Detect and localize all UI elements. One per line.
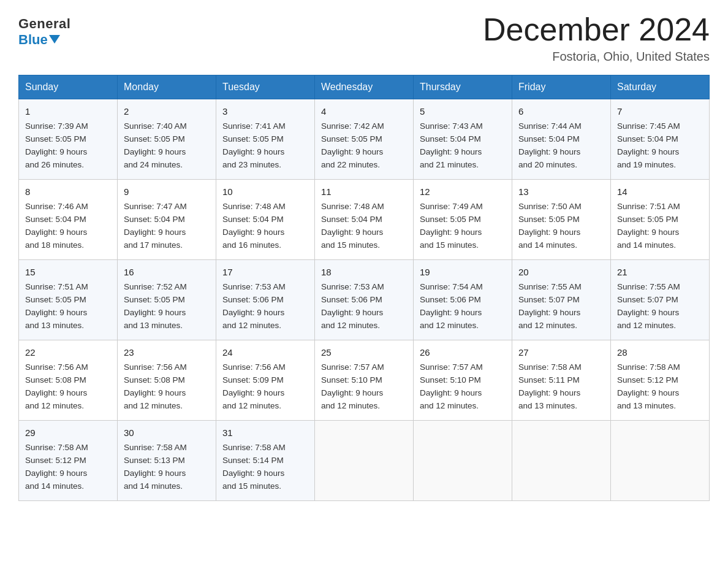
day-info-line: Daylight: 9 hours: [321, 387, 407, 400]
calendar-cell: 25Sunrise: 7:57 AMSunset: 5:10 PMDayligh…: [315, 340, 414, 421]
day-number: 18: [321, 265, 407, 279]
day-info-line: Sunset: 5:04 PM: [321, 213, 407, 226]
day-info-line: and 12 minutes.: [25, 400, 111, 413]
calendar-cell: 14Sunrise: 7:51 AMSunset: 5:05 PMDayligh…: [611, 180, 710, 260]
day-number: 27: [518, 345, 604, 359]
calendar-cell: 4Sunrise: 7:42 AMSunset: 5:05 PMDaylight…: [315, 99, 414, 180]
calendar-week-row: 8Sunrise: 7:46 AMSunset: 5:04 PMDaylight…: [19, 180, 710, 260]
calendar-cell: 19Sunrise: 7:54 AMSunset: 5:06 PMDayligh…: [414, 260, 512, 340]
day-info-line: Sunset: 5:06 PM: [321, 294, 407, 307]
calendar-cell: 7Sunrise: 7:45 AMSunset: 5:04 PMDaylight…: [611, 99, 710, 180]
logo-blue-text: Blue: [18, 32, 48, 48]
day-info-line: Daylight: 9 hours: [617, 226, 703, 239]
day-number: 10: [222, 185, 308, 199]
calendar-cell: 20Sunrise: 7:55 AMSunset: 5:07 PMDayligh…: [512, 260, 611, 340]
day-info-line: Sunset: 5:11 PM: [518, 374, 604, 387]
day-info-line: Sunrise: 7:56 AM: [25, 361, 111, 374]
day-info-line: Sunrise: 7:53 AM: [222, 281, 308, 294]
day-info-line: Sunrise: 7:41 AM: [222, 120, 308, 133]
day-info-line: and 17 minutes.: [124, 239, 210, 252]
day-info-line: Daylight: 9 hours: [222, 387, 308, 400]
day-number: 11: [321, 185, 407, 199]
day-info-line: Daylight: 9 hours: [25, 146, 111, 159]
day-info-line: Daylight: 9 hours: [617, 146, 703, 159]
day-info-line: Sunrise: 7:58 AM: [617, 361, 703, 374]
day-number: 25: [321, 345, 407, 359]
day-info-line: and 15 minutes.: [222, 480, 308, 493]
day-number: 24: [222, 345, 308, 359]
day-info-line: Sunset: 5:07 PM: [617, 294, 703, 307]
day-info-line: Sunrise: 7:54 AM: [420, 281, 506, 294]
day-info-line: and 13 minutes.: [617, 400, 703, 413]
day-info-line: Sunrise: 7:52 AM: [124, 281, 210, 294]
logo-triangle-icon: [49, 35, 60, 44]
day-info-line: Daylight: 9 hours: [222, 226, 308, 239]
day-info-line: Daylight: 9 hours: [321, 146, 407, 159]
calendar-cell: 30Sunrise: 7:58 AMSunset: 5:13 PMDayligh…: [118, 420, 216, 500]
day-info-line: Daylight: 9 hours: [25, 307, 111, 320]
day-info-line: Sunset: 5:04 PM: [617, 133, 703, 146]
day-info-line: Sunset: 5:05 PM: [420, 213, 506, 226]
day-info-line: and 14 minutes.: [518, 239, 604, 252]
day-info-line: Sunrise: 7:56 AM: [124, 361, 210, 374]
calendar-cell: 2Sunrise: 7:40 AMSunset: 5:05 PMDaylight…: [118, 99, 216, 180]
day-info-line: and 15 minutes.: [321, 239, 407, 252]
day-info-line: Daylight: 9 hours: [420, 307, 506, 320]
calendar-cell: 13Sunrise: 7:50 AMSunset: 5:05 PMDayligh…: [512, 180, 611, 260]
calendar-cell: 23Sunrise: 7:56 AMSunset: 5:08 PMDayligh…: [118, 340, 216, 421]
day-info-line: Sunrise: 7:40 AM: [124, 120, 210, 133]
weekday-header-thursday: Thursday: [414, 75, 512, 99]
calendar-cell: 3Sunrise: 7:41 AMSunset: 5:05 PMDaylight…: [216, 99, 315, 180]
day-info-line: Sunset: 5:08 PM: [25, 374, 111, 387]
day-info-line: and 19 minutes.: [617, 159, 703, 172]
calendar-cell: 9Sunrise: 7:47 AMSunset: 5:04 PMDaylight…: [118, 180, 216, 260]
day-number: 28: [617, 345, 703, 359]
day-info-line: and 12 minutes.: [222, 320, 308, 332]
page-header: General Blue December 2024 Fostoria, Ohi…: [18, 12, 710, 64]
day-info-line: Sunrise: 7:58 AM: [518, 361, 604, 374]
calendar-cell: 12Sunrise: 7:49 AMSunset: 5:05 PMDayligh…: [414, 180, 512, 260]
day-info-line: Sunrise: 7:58 AM: [222, 442, 308, 454]
day-info-line: Daylight: 9 hours: [518, 387, 604, 400]
day-info-line: and 12 minutes.: [420, 400, 506, 413]
day-info-line: and 23 minutes.: [222, 159, 308, 172]
day-info-line: Sunrise: 7:58 AM: [124, 442, 210, 454]
day-info-line: Sunrise: 7:58 AM: [25, 442, 111, 454]
day-info-line: Sunset: 5:06 PM: [420, 294, 506, 307]
day-info-line: Sunset: 5:04 PM: [222, 213, 308, 226]
calendar-cell: 16Sunrise: 7:52 AMSunset: 5:05 PMDayligh…: [118, 260, 216, 340]
day-info-line: Sunset: 5:04 PM: [124, 213, 210, 226]
day-info-line: Sunset: 5:04 PM: [420, 133, 506, 146]
day-number: 2: [124, 104, 210, 118]
day-info-line: Daylight: 9 hours: [518, 146, 604, 159]
day-info-line: and 12 minutes.: [321, 400, 407, 413]
day-number: 23: [124, 345, 210, 359]
day-info-line: and 22 minutes.: [321, 159, 407, 172]
day-number: 15: [25, 265, 111, 279]
calendar-cell: 31Sunrise: 7:58 AMSunset: 5:14 PMDayligh…: [216, 420, 315, 500]
calendar-week-row: 22Sunrise: 7:56 AMSunset: 5:08 PMDayligh…: [19, 340, 710, 421]
day-info-line: Sunset: 5:05 PM: [617, 213, 703, 226]
day-info-line: Sunrise: 7:45 AM: [617, 120, 703, 133]
day-info-line: Sunset: 5:06 PM: [222, 294, 308, 307]
day-number: 22: [25, 345, 111, 359]
day-info-line: Daylight: 9 hours: [124, 387, 210, 400]
day-info-line: and 20 minutes.: [518, 159, 604, 172]
day-info-line: Sunset: 5:05 PM: [222, 133, 308, 146]
day-number: 26: [420, 345, 506, 359]
day-info-line: Sunrise: 7:39 AM: [25, 120, 111, 133]
day-info-line: Daylight: 9 hours: [124, 146, 210, 159]
calendar-cell: 18Sunrise: 7:53 AMSunset: 5:06 PMDayligh…: [315, 260, 414, 340]
title-area: December 2024 Fostoria, Ohio, United Sta…: [483, 12, 710, 64]
day-info-line: Daylight: 9 hours: [124, 467, 210, 480]
calendar-cell: 11Sunrise: 7:48 AMSunset: 5:04 PMDayligh…: [315, 180, 414, 260]
calendar-cell: 27Sunrise: 7:58 AMSunset: 5:11 PMDayligh…: [512, 340, 611, 421]
day-info-line: Daylight: 9 hours: [321, 226, 407, 239]
day-number: 17: [222, 265, 308, 279]
day-number: 19: [420, 265, 506, 279]
day-number: 16: [124, 265, 210, 279]
day-number: 21: [617, 265, 703, 279]
day-info-line: Daylight: 9 hours: [25, 467, 111, 480]
day-info-line: and 16 minutes.: [222, 239, 308, 252]
day-info-line: Sunset: 5:10 PM: [420, 374, 506, 387]
